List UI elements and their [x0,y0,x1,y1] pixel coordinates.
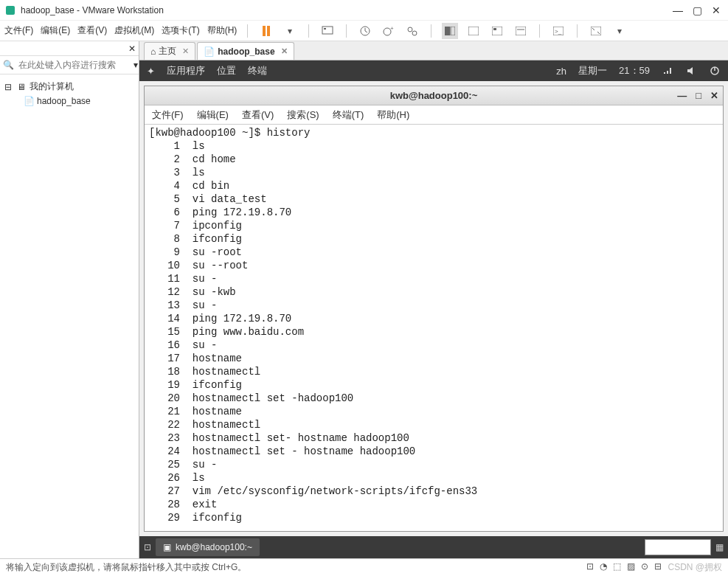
svg-rect-13 [516,27,526,35]
tab-home[interactable]: ⌂ 主页 ✕ [144,42,195,60]
window-title: hadoop_base - VMware Workstation [21,5,673,15]
svg-rect-8 [445,27,450,35]
snapshot-button[interactable] [357,23,373,39]
terminal-body[interactable]: [kwb@hadoop100 ~]$ history 1 ls 2 cd hom… [145,125,723,531]
app-icon [4,4,16,16]
places-menu[interactable]: 位置 [217,64,236,77]
svg-rect-1 [322,27,333,34]
tree-vm-label: hadoop_base [37,96,91,106]
tree-root[interactable]: ⊟ 🖥 我的计算机 [3,79,136,94]
term-menu-edit[interactable]: 编辑(E) [197,108,229,122]
menu-edit[interactable]: 编辑(E) [41,24,70,37]
taskbar-input[interactable] [645,539,711,555]
svg-rect-10 [468,27,479,35]
menu-file[interactable]: 文件(F) [4,24,33,37]
tree-vm-item[interactable]: 📄 hadoop_base [3,94,136,108]
network-icon[interactable] [662,65,673,77]
show-desktop-button[interactable]: ⊡ [144,542,151,552]
layout-single-button[interactable] [442,23,458,39]
menu-vm[interactable]: 虚拟机(M) [114,24,154,37]
status-icon: ◔ [600,561,607,574]
terminal-icon: ▣ [163,542,171,552]
menu-tabs[interactable]: 选项卡(T) [162,24,199,37]
svg-rect-0 [6,6,15,15]
layout-unity-button[interactable] [465,23,482,39]
desktop-top-bar: ✦ 应用程序 位置 终端 zh 星期一 21：59 [139,60,728,81]
menu-view[interactable]: 查看(V) [77,24,107,37]
send-ctrlaltdel-button[interactable] [319,23,336,39]
volume-icon[interactable] [685,65,697,77]
svg-rect-11 [492,27,502,35]
close-button[interactable]: ✕ [712,6,721,15]
svg-point-7 [412,31,417,35]
computer-icon: 🖥 [16,82,27,92]
term-menu-view[interactable]: 查看(V) [242,108,274,122]
collapse-icon[interactable]: ⊟ [3,82,13,92]
apps-menu[interactable]: 应用程序 [167,64,205,77]
tab-close-icon[interactable]: ✕ [182,46,189,56]
term-close-button[interactable]: ✕ [710,90,718,101]
terminal-indicator[interactable]: 终端 [248,64,267,77]
maximize-button[interactable]: ▢ [693,6,701,15]
search-dropdown-icon[interactable]: ▾ [134,60,138,70]
desktop-taskbar: ⊡ ▣ kwb@hadoop100:~ ▦ [139,536,728,558]
workspace-switcher[interactable]: ▦ [715,542,724,552]
tab-close-icon[interactable]: ✕ [281,46,288,56]
vm-tab-icon: 📄 [204,46,215,57]
dropdown2-icon[interactable]: ▾ [611,23,628,39]
svg-text:>_: >_ [555,28,562,35]
tab-vm-label: hadoop_base [218,46,274,57]
svg-rect-17 [591,27,601,35]
input-method[interactable]: zh [556,66,566,77]
vm-tree: ⊟ 🖥 我的计算机 📄 hadoop_base [0,74,139,112]
layout-thumbnail-button[interactable] [489,23,505,39]
term-menu-search[interactable]: 搜索(S) [287,108,319,122]
svg-text:+: + [390,26,394,32]
titlebar: hadoop_base - VMware Workstation — ▢ ✕ [0,0,728,21]
snapshot-take-button[interactable]: + [381,23,397,39]
taskbar-term-label: kwb@hadoop100:~ [176,542,252,552]
tab-home-label: 主页 [159,45,176,58]
svg-rect-12 [493,28,496,30]
activities-icon[interactable]: ✦ [147,66,155,77]
time-label[interactable]: 21：59 [619,64,650,77]
term-menu-help[interactable]: 帮助(H) [377,108,409,122]
taskbar-terminal-item[interactable]: ▣ kwb@hadoop100:~ [156,538,260,556]
vm-icon: 📄 [24,96,34,106]
term-menu-file[interactable]: 文件(F) [152,108,184,122]
minimize-button[interactable]: — [673,6,682,15]
date-label[interactable]: 星期一 [578,64,607,77]
tab-vm[interactable]: 📄 hadoop_base ✕ [197,42,294,60]
terminal-menubar: 文件(F) 编辑(E) 查看(V) 搜索(S) 终端(T) 帮助(H) [145,105,723,125]
tree-root-label: 我的计算机 [30,80,74,93]
menubar: 文件(F) 编辑(E) 查看(V) 虚拟机(M) 选项卡(T) 帮助(H) ▾ … [0,21,728,41]
svg-rect-2 [324,28,326,30]
svg-rect-9 [451,27,455,35]
svg-point-6 [408,27,412,32]
watermark: CSDN @拥权 [668,561,722,574]
term-minimize-button[interactable]: — [677,90,687,101]
sidebar-close-button[interactable]: ✕ [128,44,136,54]
menu-help[interactable]: 帮助(H) [207,24,238,37]
status-text: 将输入定向到该虚拟机，请将鼠标指针移入其中或按 Ctrl+G。 [6,561,246,574]
fullscreen-button[interactable] [588,23,604,39]
status-icon: ⊡ [586,561,594,574]
term-maximize-button[interactable]: □ [696,90,701,101]
snapshot-manage-button[interactable] [404,23,420,39]
content-area: ⌂ 主页 ✕ 📄 hadoop_base ✕ ✦ 应用程序 位置 终端 zh 星… [139,41,728,558]
tab-bar: ⌂ 主页 ✕ 📄 hadoop_base ✕ [139,41,728,60]
console-button[interactable]: >_ [550,23,566,39]
layout-console-button[interactable] [513,23,529,39]
terminal-window: kwb@hadoop100:~ — □ ✕ 文件(F) 编辑(E) 查看(V) … [144,86,724,532]
status-icon: ⊟ [654,561,662,574]
pause-button[interactable] [258,23,274,39]
home-icon: ⌂ [150,46,156,57]
power-icon[interactable] [709,65,721,77]
status-icon: ▨ [627,561,635,574]
search-icon: 🔍 [3,60,14,70]
status-icon: ⬚ [613,561,621,574]
term-menu-terminal[interactable]: 终端(T) [333,108,364,122]
dropdown-icon[interactable]: ▾ [282,23,298,39]
terminal-titlebar: kwb@hadoop100:~ — □ ✕ [145,86,723,105]
search-input[interactable] [17,59,131,71]
